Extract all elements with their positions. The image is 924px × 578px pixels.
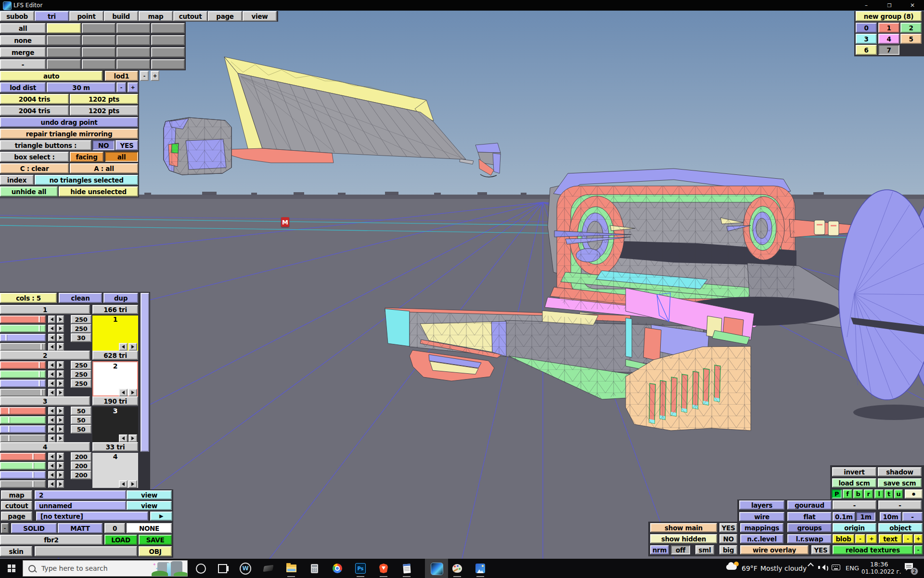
wedge-app-icon[interactable] bbox=[262, 563, 274, 574]
lod-dist-label[interactable]: lod dist bbox=[0, 82, 46, 92]
auto-button[interactable]: auto bbox=[0, 71, 103, 81]
page-label[interactable]: page bbox=[1, 512, 32, 521]
grid-cell-active[interactable] bbox=[47, 23, 81, 33]
grid-10m-button[interactable]: 10m bbox=[880, 512, 901, 521]
reload-minus-button[interactable]: - bbox=[914, 545, 923, 554]
text-button[interactable]: text bbox=[879, 534, 902, 543]
slider-blue[interactable] bbox=[0, 334, 46, 342]
taskbar-weather-text[interactable]: Mostly cloudy bbox=[760, 565, 807, 572]
new-group-button[interactable]: new group (8) bbox=[856, 11, 922, 21]
nrm-big-button[interactable]: big bbox=[719, 545, 737, 554]
clean-button[interactable]: clean bbox=[59, 293, 102, 303]
group-button-6[interactable]: 6 bbox=[856, 45, 877, 55]
a-all-button[interactable]: A : all bbox=[70, 163, 138, 173]
col-section-name[interactable]: 3 bbox=[0, 396, 90, 406]
save-scm-button[interactable]: save scm bbox=[878, 478, 922, 487]
group-button-5[interactable]: 5 bbox=[900, 34, 922, 44]
grid-cell[interactable] bbox=[82, 23, 116, 33]
arrow-left-icon[interactable] bbox=[48, 407, 55, 415]
arrow-right-icon[interactable] bbox=[57, 480, 64, 488]
slider-value[interactable]: 30 bbox=[71, 333, 91, 342]
gouraud-button[interactable]: gouraud bbox=[787, 500, 832, 510]
flag-r-button[interactable]: r bbox=[864, 489, 873, 499]
arrow-left-icon[interactable] bbox=[48, 480, 55, 488]
blob-plus-button[interactable]: + bbox=[866, 534, 877, 543]
lod-dist-plus-button[interactable]: + bbox=[128, 82, 138, 92]
w-app-icon[interactable]: W bbox=[240, 563, 251, 574]
arrow-right-icon[interactable] bbox=[128, 434, 137, 442]
flag-b-button[interactable]: b bbox=[853, 489, 863, 499]
solid-button[interactable]: SOLID bbox=[11, 523, 57, 533]
grid-row-all[interactable]: all bbox=[0, 23, 46, 33]
photos-icon[interactable] bbox=[475, 563, 486, 574]
taskbar-temperature[interactable]: 69°F bbox=[742, 565, 757, 572]
clock-time[interactable]: 18:36 bbox=[870, 561, 888, 568]
map-label[interactable]: map bbox=[1, 490, 32, 499]
col-section-name[interactable]: 1 bbox=[0, 305, 90, 314]
arrow-right-icon[interactable] bbox=[57, 343, 64, 351]
show-hidden-toggle[interactable]: NO bbox=[719, 534, 737, 543]
photoshop-icon[interactable]: Ps bbox=[355, 563, 366, 574]
arrow-left-icon[interactable] bbox=[48, 361, 55, 369]
arrow-right-icon[interactable] bbox=[57, 389, 64, 396]
lod-dist-minus-button[interactable]: - bbox=[116, 82, 126, 92]
obj-button[interactable]: OBJ bbox=[139, 546, 172, 556]
slider-value[interactable]: 50 bbox=[71, 416, 91, 424]
slider-value[interactable]: 50 bbox=[71, 407, 91, 415]
arrow-left-icon[interactable] bbox=[48, 343, 55, 351]
volume-icon[interactable] bbox=[818, 564, 827, 571]
grid-cell[interactable] bbox=[82, 35, 116, 45]
save-button[interactable]: SAVE bbox=[139, 535, 172, 545]
cols-scroll-strip[interactable] bbox=[141, 293, 149, 452]
search-box[interactable]: Type here to search ✦ ✦ bbox=[23, 560, 188, 577]
slider-blue[interactable] bbox=[0, 471, 46, 479]
load-scm-button[interactable]: load scm bbox=[832, 478, 876, 487]
lod1-button[interactable]: lod1 bbox=[105, 71, 138, 81]
group-button-0[interactable]: 0 bbox=[856, 23, 877, 33]
lod-plus-button[interactable]: + bbox=[151, 71, 159, 81]
slider-blue[interactable] bbox=[0, 425, 46, 433]
dot-button[interactable]: ● bbox=[905, 489, 923, 499]
flag-t-button[interactable]: t bbox=[885, 489, 893, 499]
arrow-left-icon[interactable] bbox=[48, 471, 55, 479]
cutout-view-button[interactable]: view bbox=[127, 501, 172, 510]
arrow-right-icon[interactable] bbox=[57, 416, 64, 424]
flag-l-button[interactable]: l bbox=[874, 489, 884, 499]
cortana-icon[interactable] bbox=[195, 563, 206, 574]
repair-mirroring-button[interactable]: repair triangle mirroring bbox=[0, 129, 138, 139]
slider-red[interactable] bbox=[0, 315, 46, 323]
wire-overlay-toggle[interactable]: YES bbox=[811, 545, 830, 554]
keyboard-icon[interactable] bbox=[832, 565, 840, 570]
load-button[interactable]: LOAD bbox=[104, 535, 137, 545]
grid-cell[interactable] bbox=[47, 47, 81, 57]
slider-red[interactable] bbox=[0, 453, 46, 460]
cols-header[interactable]: cols : 5 bbox=[0, 293, 57, 303]
layers-dash-button[interactable]: - bbox=[833, 500, 876, 510]
arrow-left-icon[interactable] bbox=[119, 389, 128, 396]
clock-date[interactable]: 01.10.2022 г. bbox=[861, 568, 901, 575]
grid-1m-button[interactable]: 1m bbox=[856, 512, 875, 521]
slider-value[interactable]: 200 bbox=[71, 471, 91, 479]
slider-value[interactable]: 250 bbox=[71, 370, 91, 379]
grid-cell[interactable] bbox=[116, 47, 150, 57]
chrome-icon[interactable] bbox=[332, 563, 343, 574]
groups-button[interactable]: groups bbox=[787, 523, 832, 532]
arrow-right-icon[interactable] bbox=[57, 361, 64, 369]
none-button[interactable]: NONE bbox=[127, 523, 172, 533]
grid-cell[interactable] bbox=[47, 59, 81, 69]
group-button-3[interactable]: 3 bbox=[856, 34, 877, 44]
arrow-left-icon[interactable] bbox=[48, 434, 55, 442]
triangle-buttons-yes[interactable]: YES bbox=[116, 140, 138, 150]
start-button[interactable] bbox=[6, 563, 17, 574]
hide-unselected-button[interactable]: hide unselected bbox=[59, 186, 138, 197]
grid-cell[interactable] bbox=[116, 35, 150, 45]
wire-button[interactable]: wire bbox=[739, 512, 784, 521]
arrow-left-icon[interactable] bbox=[48, 416, 55, 424]
arrow-right-icon[interactable] bbox=[128, 480, 137, 488]
zero-button[interactable]: 0 bbox=[104, 523, 125, 533]
task-view-icon[interactable] bbox=[217, 563, 228, 574]
grid-cell[interactable] bbox=[47, 35, 81, 45]
language-indicator[interactable]: ENG bbox=[846, 565, 859, 572]
calculator-icon[interactable] bbox=[308, 563, 320, 574]
lod-minus-button[interactable]: - bbox=[140, 71, 149, 81]
